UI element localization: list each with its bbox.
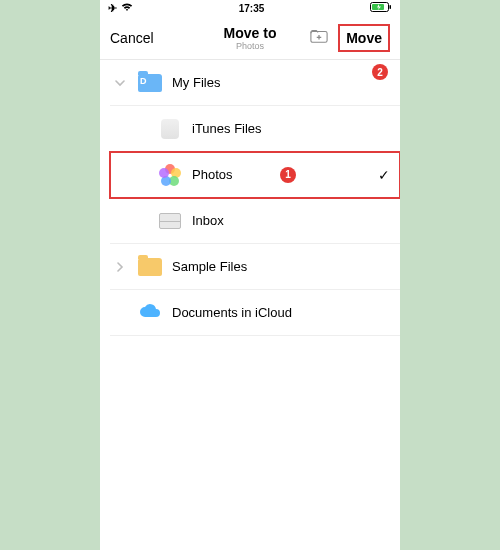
- nav-title-wrap: Move to Photos: [224, 25, 277, 51]
- status-bar: ✈ 17:35: [100, 0, 400, 16]
- nav-title: Move to: [224, 25, 277, 41]
- row-my-files[interactable]: D My Files: [110, 60, 400, 106]
- folder-icon: [136, 253, 164, 281]
- row-label: Sample Files: [172, 259, 390, 274]
- row-photos[interactable]: Photos 1 ✓: [110, 152, 400, 198]
- cloud-icon: [136, 299, 164, 327]
- battery-icon: [370, 2, 392, 14]
- row-itunes[interactable]: iTunes Files: [110, 106, 400, 152]
- row-label: iTunes Files: [192, 121, 390, 136]
- cancel-button[interactable]: Cancel: [110, 30, 154, 46]
- status-time: 17:35: [239, 3, 265, 14]
- chevron-right-icon[interactable]: [110, 262, 130, 272]
- checkmark-icon: ✓: [378, 167, 390, 183]
- phone-screen: ✈ 17:35 Cancel Move to Photos Move 2: [100, 0, 400, 550]
- folder-list: D My Files iTunes Files Photos 1 ✓ Inbox: [100, 60, 400, 336]
- move-button[interactable]: Move: [338, 24, 390, 52]
- row-inbox[interactable]: Inbox: [110, 198, 400, 244]
- svg-rect-1: [389, 5, 391, 9]
- row-icloud[interactable]: Documents in iCloud: [110, 290, 400, 336]
- row-sample-files[interactable]: Sample Files: [110, 244, 400, 290]
- inbox-icon: [156, 207, 184, 235]
- folder-icon: D: [136, 69, 164, 97]
- airplane-mode-icon: ✈: [108, 2, 117, 15]
- nav-bar: Cancel Move to Photos Move: [100, 16, 400, 60]
- annotation-badge-1: 1: [280, 167, 296, 183]
- row-label: Inbox: [192, 213, 390, 228]
- new-folder-icon[interactable]: [310, 27, 328, 49]
- photos-icon: [156, 161, 184, 189]
- nav-subtitle: Photos: [224, 41, 277, 51]
- chevron-down-icon[interactable]: [110, 78, 130, 88]
- row-label: Documents in iCloud: [172, 305, 390, 320]
- row-label: My Files: [172, 75, 390, 90]
- itunes-icon: [156, 115, 184, 143]
- wifi-icon: [121, 2, 133, 14]
